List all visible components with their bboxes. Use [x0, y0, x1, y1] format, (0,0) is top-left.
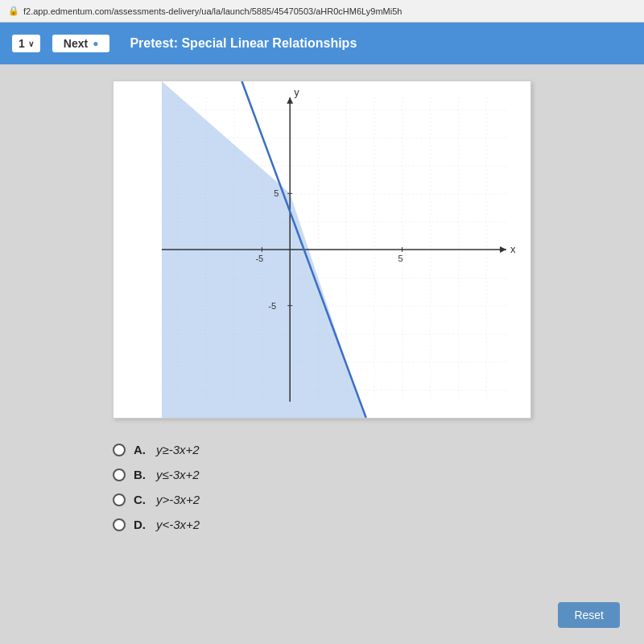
bottom-bar: Reset [558, 602, 620, 628]
label-y-5: 5 [274, 188, 279, 198]
choice-A[interactable]: A. y≥-3x+2 [113, 443, 531, 456]
next-icon: ● [93, 38, 98, 49]
graph-container: x y -5 5 5 -5 [113, 80, 531, 419]
question-number[interactable]: 1 ∨ [12, 35, 40, 52]
text-A: y≥-3x+2 [156, 443, 200, 456]
radio-D[interactable] [113, 518, 126, 531]
url-text: f2.app.edmentum.com/assessments-delivery… [23, 6, 402, 16]
label-B: B. [134, 468, 148, 481]
radio-C[interactable] [113, 493, 126, 506]
label-C: C. [134, 493, 148, 506]
main-content: x y -5 5 5 -5 A. y≥-3x+2 [0, 64, 644, 644]
label-D: D. [134, 518, 148, 531]
label-A: A. [134, 443, 148, 456]
lock-icon: 🔒 [8, 6, 19, 16]
next-button[interactable]: Next ● [52, 35, 110, 52]
choice-C[interactable]: C. y>-3x+2 [113, 493, 531, 506]
radio-A[interactable] [113, 444, 126, 456]
label-y-neg5: -5 [268, 301, 276, 311]
choice-B[interactable]: B. y≤-3x+2 [113, 468, 531, 481]
page-title: Pretest: Special Linear Relationships [130, 36, 357, 51]
label-x-5: 5 [398, 254, 403, 263]
text-D: y<-3x+2 [156, 518, 200, 531]
address-bar: 🔒 f2.app.edmentum.com/assessments-delive… [0, 0, 644, 23]
coordinate-graph: x y -5 5 5 -5 [114, 81, 530, 418]
label-x-neg5: -5 [255, 254, 263, 263]
radio-B[interactable] [113, 469, 126, 481]
text-B: y≤-3x+2 [156, 468, 200, 481]
text-C: y>-3x+2 [156, 493, 200, 506]
choice-D[interactable]: D. y<-3x+2 [113, 518, 531, 531]
top-nav: 1 ∨ Next ● Pretest: Special Linear Relat… [0, 23, 644, 64]
x-label: x [510, 243, 516, 255]
reset-button[interactable]: Reset [558, 602, 620, 628]
y-label: y [294, 86, 299, 98]
answer-choices: A. y≥-3x+2 B. y≤-3x+2 C. y>-3x+2 D. y<-3… [113, 443, 531, 543]
